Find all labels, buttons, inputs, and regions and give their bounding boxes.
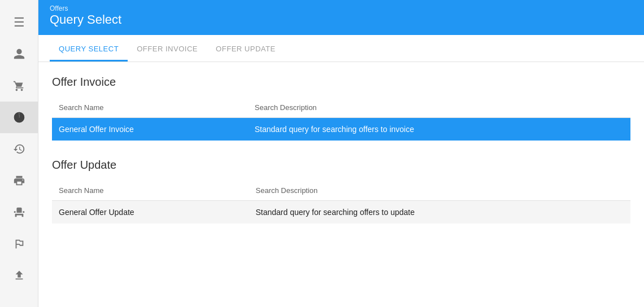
table-row[interactable]: General Offer Invoice Standard query for…	[52, 118, 630, 141]
offer-update-table: Search Name Search Description General O…	[52, 181, 630, 223]
offer-update-col-name: Search Name	[52, 181, 249, 201]
offer-invoice-section-title: Offer Invoice	[52, 76, 630, 89]
offer-update-section: Offer Update Search Name Search Descript…	[52, 159, 630, 223]
menu-icon[interactable]: ☰	[0, 7, 38, 38]
header-subtitle: Offers	[50, 5, 633, 12]
offer-update-section-title: Offer Update	[52, 159, 630, 172]
offer-invoice-row-desc: Standard query for searching offers to i…	[248, 118, 630, 141]
offer-invoice-col-name: Search Name	[52, 98, 248, 118]
clock-icon[interactable]	[0, 102, 38, 133]
history-icon[interactable]	[0, 133, 38, 165]
tab-query-select[interactable]: QUERY SELECT	[50, 37, 128, 62]
sidebar: ☰	[0, 0, 38, 307]
header-title: Query Select	[50, 12, 633, 27]
offer-invoice-table: Search Name Search Description General O…	[52, 98, 630, 141]
table-row[interactable]: General Offer Update Standard query for …	[52, 201, 630, 224]
offer-update-row-desc: Standard query for searching offers to u…	[249, 201, 631, 224]
content-area: Offer Invoice Search Name Search Descrip…	[38, 62, 644, 307]
offer-invoice-row-name: General Offer Invoice	[52, 118, 248, 141]
tab-offer-update[interactable]: OFFER UPDATE	[207, 37, 285, 62]
seat-icon[interactable]	[0, 196, 38, 228]
person-icon[interactable]	[0, 38, 38, 70]
offer-update-col-desc: Search Description	[249, 181, 631, 201]
tab-offer-invoice[interactable]: OFFER INVOICE	[128, 37, 207, 62]
tab-bar: QUERY SELECT OFFER INVOICE OFFER UPDATE	[38, 35, 644, 62]
offer-invoice-col-desc: Search Description	[248, 98, 630, 118]
offer-invoice-section: Offer Invoice Search Name Search Descrip…	[52, 76, 630, 141]
header: Offers Query Select	[38, 0, 644, 35]
camera-icon[interactable]	[0, 228, 38, 260]
offer-update-row-name: General Offer Update	[52, 201, 249, 224]
print-icon[interactable]	[0, 165, 38, 196]
main-area: Offers Query Select QUERY SELECT OFFER I…	[38, 0, 644, 307]
cart-icon[interactable]	[0, 70, 38, 102]
upload-icon[interactable]	[0, 260, 38, 291]
